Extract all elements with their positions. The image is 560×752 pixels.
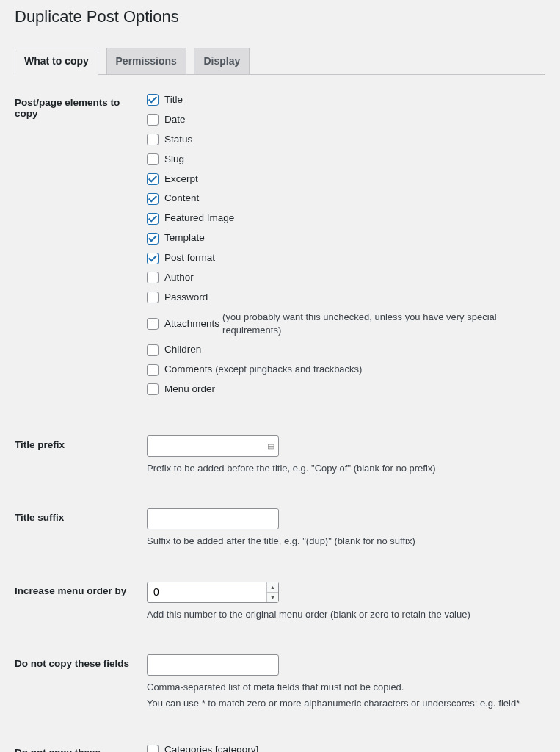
element-label[interactable]: Slug [164, 153, 184, 167]
element-checkbox-title[interactable] [147, 94, 159, 106]
title-prefix-desc: Prefix to be added before the title, e.g… [147, 461, 538, 476]
spinner-up-icon[interactable]: ▲ [267, 582, 278, 593]
menu-order-desc: Add this number to the original menu ord… [147, 607, 538, 622]
element-label[interactable]: Title [164, 93, 183, 107]
element-checkbox-comments[interactable] [147, 364, 159, 376]
element-checkbox-featured-image[interactable] [147, 213, 159, 225]
element-row: Post format [147, 251, 538, 265]
element-label[interactable]: Template [164, 231, 205, 245]
element-checkbox-template[interactable] [147, 233, 159, 245]
element-label[interactable]: Password [164, 291, 208, 305]
title-suffix-input[interactable] [147, 508, 279, 529]
taxonomy-checkbox[interactable] [147, 745, 159, 752]
blacklist-desc-2: You can use * to match zero or more alph… [147, 696, 538, 711]
elements-label: Post/page elements to copy [15, 82, 147, 424]
tab-permissions[interactable]: Permissions [106, 48, 186, 74]
element-row: Title [147, 93, 538, 107]
element-row: Featured Image [147, 212, 538, 225]
taxonomies-label: Do not copy these taxonomies [15, 732, 147, 752]
element-row: Content [147, 192, 538, 206]
number-spinner: ▲ ▼ [266, 582, 278, 602]
element-hint: (you probably want this unchecked, unles… [222, 311, 538, 337]
element-checkbox-menu-order[interactable] [147, 383, 159, 395]
blacklist-label: Do not copy these fields [15, 643, 147, 732]
element-row: Comments (except pingbacks and trackback… [147, 363, 538, 377]
blacklist-input[interactable] [147, 654, 279, 676]
element-checkbox-excerpt[interactable] [147, 173, 159, 185]
element-label[interactable]: Menu order [164, 383, 215, 397]
menu-order-input[interactable] [147, 582, 279, 603]
element-row: Status [147, 133, 538, 147]
title-suffix-label: Title suffix [15, 497, 147, 571]
title-suffix-desc: Suffix to be added after the title, e.g.… [147, 534, 538, 549]
element-checkbox-date[interactable] [147, 114, 159, 126]
element-row: Password [147, 291, 538, 305]
element-row: Date [147, 113, 538, 127]
blacklist-desc-1: Comma-separated list of meta fields that… [147, 680, 538, 695]
element-label[interactable]: Children [164, 343, 201, 357]
tab-what-to-copy[interactable]: What to copy [15, 48, 98, 75]
title-prefix-label: Title prefix [15, 424, 147, 498]
element-row: Children [147, 343, 538, 357]
element-hint: (except pingbacks and trackbacks) [215, 363, 362, 376]
element-checkbox-post-format[interactable] [147, 253, 159, 264]
page-title: Duplicate Post Options [15, 7, 545, 26]
element-row: Attachments (you probably want this unch… [147, 311, 538, 337]
element-row: Author [147, 271, 538, 285]
element-checkbox-password[interactable] [147, 292, 159, 303]
spinner-down-icon[interactable]: ▼ [267, 593, 278, 602]
element-row: Excerpt [147, 173, 538, 187]
taxonomy-label[interactable]: Categories [category] [164, 743, 258, 752]
element-label[interactable]: Author [164, 271, 194, 285]
element-row: Menu order [147, 383, 538, 397]
element-label[interactable]: Featured Image [164, 212, 234, 225]
element-label[interactable]: Attachments [164, 317, 219, 331]
element-row: Slug [147, 153, 538, 167]
title-prefix-input[interactable] [147, 435, 279, 457]
element-checkbox-author[interactable] [147, 272, 159, 283]
element-label[interactable]: Post format [164, 251, 215, 265]
element-checkbox-content[interactable] [147, 193, 159, 205]
element-label[interactable]: Content [164, 192, 199, 206]
element-checkbox-attachments[interactable] [147, 318, 159, 330]
tab-display[interactable]: Display [194, 48, 250, 74]
element-label[interactable]: Excerpt [164, 173, 198, 187]
tab-bar: What to copy Permissions Display [15, 41, 545, 75]
element-row: Template [147, 231, 538, 245]
menu-order-label: Increase menu order by [15, 571, 147, 644]
taxonomy-row: Categories [category] [147, 743, 538, 752]
element-label[interactable]: Comments [164, 363, 212, 377]
element-checkbox-slug[interactable] [147, 153, 159, 165]
element-checkbox-children[interactable] [147, 344, 159, 356]
element-label[interactable]: Status [164, 133, 192, 147]
element-checkbox-status[interactable] [147, 134, 159, 145]
element-label[interactable]: Date [164, 113, 186, 127]
